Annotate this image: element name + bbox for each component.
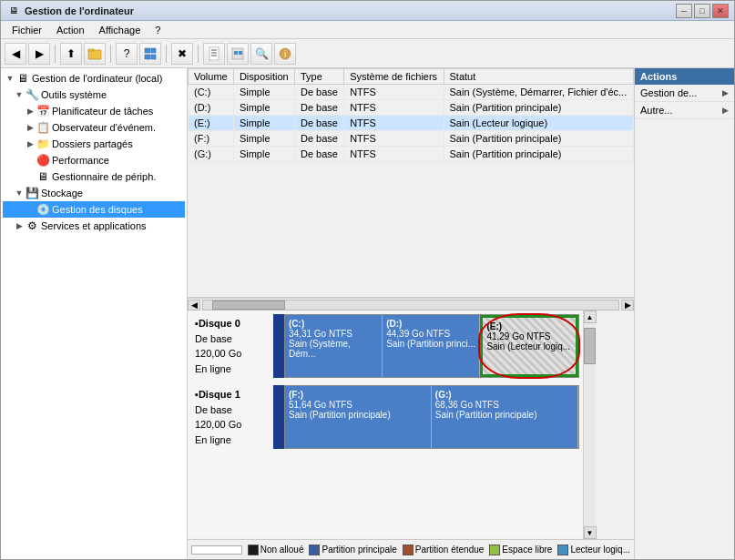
properties-button[interactable] (203, 43, 225, 65)
performance-icon: 🔴 (36, 153, 50, 168)
planificateur-label: Planificateur de tâches (52, 106, 153, 117)
minimize-button[interactable]: ─ (676, 4, 692, 18)
table-row[interactable]: (C:)SimpleDe baseNTFSSain (Système, Déma… (189, 85, 634, 100)
export-button[interactable] (227, 43, 249, 65)
tree-root: ▼ 🖥 Gestion de l'ordinateur (local) ▼ 🔧 … (1, 68, 187, 236)
part-status: Sain (Partition principale) (289, 410, 427, 420)
cell-type: De base (294, 100, 343, 116)
status-hscroll[interactable] (191, 545, 242, 555)
extra-button[interactable]: i (274, 43, 296, 65)
partition-wrapper-1-0: (F:) 51,64 Go NTFS Sain (Partition princ… (285, 386, 432, 448)
disk-scroll-down[interactable]: ▼ (584, 526, 597, 539)
menu-action[interactable]: Action (49, 23, 92, 37)
disk-vscroll[interactable]: ▲ ▼ (583, 311, 596, 539)
legend-non-alloue-box (248, 545, 259, 555)
disk-section: ▪Disque 0 De base 120,00 Go En ligne(C:)… (188, 311, 634, 539)
cell-disposition: Simple (233, 131, 294, 147)
tree-planificateur[interactable]: ▶ 📅 Planificateur de tâches (3, 103, 185, 119)
table-row[interactable]: (D:)SimpleDe baseNTFSSain (Partition pri… (189, 100, 634, 116)
properties-icon (207, 46, 221, 61)
col-disposition[interactable]: Disposition (233, 69, 294, 85)
partition-wrapper-0-0: (C:) 34,31 Go NTFS Sain (Système, Dém... (285, 315, 383, 377)
legend-principale-label: Partition principale (322, 545, 396, 555)
gestion-disques-label: Gestion des disques (52, 204, 143, 215)
partition-0-2[interactable]: (E:) 41,29 Go NTFS Sain (Lecteur logiq..… (480, 315, 577, 377)
tree-panel: ▼ 🖥 Gestion de l'ordinateur (local) ▼ 🔧 … (1, 68, 188, 559)
search-button[interactable]: 🔍 (250, 43, 272, 65)
partition-1-0[interactable]: (F:) 51,64 Go NTFS Sain (Partition princ… (285, 386, 432, 448)
maximize-button[interactable]: □ (694, 4, 710, 18)
svg-rect-5 (151, 55, 156, 59)
partition-1-1[interactable]: (G:) 68,36 Go NTFS Sain (Partition princ… (432, 386, 578, 448)
separator-2 (110, 45, 111, 63)
menu-fichier[interactable]: Fichier (5, 23, 49, 37)
disk-scroll-track[interactable] (584, 323, 596, 526)
main-window: 🖥 Gestion de l'ordinateur ─ □ ✕ Fichier … (0, 0, 735, 560)
disk-scroll-up[interactable]: ▲ (584, 311, 597, 323)
view-icon (143, 46, 158, 61)
tree-gestion-disques[interactable]: ▶ 💿 Gestion des disques (3, 201, 185, 218)
col-statut[interactable]: Statut (444, 69, 633, 85)
svg-rect-11 (234, 51, 238, 55)
window-title: Gestion de l'ordinateur (25, 5, 676, 16)
help-button[interactable]: ? (116, 43, 138, 65)
cell-type: De base (294, 116, 343, 131)
action-gestion[interactable]: Gestion de... ▶ (635, 85, 734, 102)
stockage-expand-icon[interactable]: ▼ (14, 188, 25, 199)
services-expand-icon[interactable]: ▶ (14, 220, 25, 231)
col-type[interactable]: Type (294, 69, 343, 85)
partition-wrapper-0-1: (D:) 44,39 Go NTFS Sain (Partition princ… (383, 315, 480, 377)
col-filesystem[interactable]: Système de fichiers (344, 69, 444, 85)
forward-button[interactable]: ▶ (28, 43, 50, 65)
part-name: (C:) (289, 319, 378, 329)
show-button[interactable] (84, 43, 106, 65)
dossiers-expand-icon[interactable]: ▶ (25, 138, 36, 149)
hscroll-right-btn[interactable]: ▶ (621, 300, 634, 311)
partition-0-0[interactable]: (C:) 34,31 Go NTFS Sain (Système, Dém... (285, 315, 383, 377)
table-row[interactable]: (F:)SimpleDe baseNTFSSain (Partition pri… (189, 131, 634, 147)
delete-button[interactable]: ✖ (171, 43, 193, 65)
menu-affichage[interactable]: Affichage (92, 23, 148, 37)
disk-area[interactable]: ▪Disque 0 De base 120,00 Go En ligne(C:)… (188, 311, 583, 538)
performance-label: Performance (52, 155, 109, 166)
window-controls: ─ □ ✕ (676, 4, 729, 18)
legend-etendue-label: Partition étendue (415, 545, 485, 555)
table-row[interactable]: (G:)SimpleDe baseNTFSSain (Partition pri… (189, 147, 634, 162)
table-hscroll[interactable]: ◀ ▶ (188, 298, 634, 311)
partition-0-1[interactable]: (D:) 44,39 Go NTFS Sain (Partition princ… (383, 315, 480, 377)
col-volume[interactable]: Volume (189, 69, 234, 85)
action-autre[interactable]: Autre... ▶ (635, 102, 734, 119)
tree-services[interactable]: ▶ ⚙ Services et applications (3, 218, 185, 234)
gestionnaire-icon: 🖥 (36, 169, 50, 184)
tree-dossiers[interactable]: ▶ 📁 Dossiers partagés (3, 136, 185, 152)
part-size: 68,36 Go NTFS (435, 400, 574, 410)
disk-block-1: ▪Disque 1 De base 120,00 Go En ligne(F:)… (191, 385, 579, 449)
hscroll-left-btn[interactable]: ◀ (188, 300, 200, 311)
tree-root-item[interactable]: ▼ 🖥 Gestion de l'ordinateur (local) (3, 70, 185, 87)
view-button[interactable] (139, 43, 161, 65)
menu-help[interactable]: ? (148, 23, 168, 37)
cell-status: Sain (Partition principale) (444, 147, 633, 162)
part-name: (G:) (435, 390, 574, 400)
tree-stockage[interactable]: ▼ 💾 Stockage (3, 185, 185, 201)
svg-rect-2 (145, 48, 150, 53)
root-expand-icon[interactable]: ▼ (5, 73, 15, 84)
observateur-expand-icon[interactable]: ▶ (25, 122, 36, 133)
planificateur-icon: 📅 (36, 104, 50, 118)
svg-rect-1 (88, 49, 94, 51)
tree-performance[interactable]: ▶ 🔴 Performance (3, 152, 185, 168)
outils-expand-icon[interactable]: ▼ (14, 89, 25, 100)
disk-scroll-thumb[interactable] (584, 328, 596, 364)
back-button[interactable]: ◀ (5, 43, 26, 65)
up-button[interactable]: ⬆ (60, 43, 82, 65)
hscroll-thumb[interactable] (212, 300, 285, 310)
hscroll-track[interactable] (202, 300, 619, 311)
table-row[interactable]: (E:)SimpleDe baseNTFSSain (Lecteur logiq… (189, 116, 634, 131)
close-button[interactable]: ✕ (712, 4, 729, 18)
tree-observateur[interactable]: ▶ 📋 Observateur d'événem. (3, 119, 185, 136)
legend-logique-label: Lecteur logiq... (570, 545, 630, 555)
table-area[interactable]: Volume Disposition Type Système de fichi… (188, 68, 634, 298)
planificateur-expand-icon[interactable]: ▶ (25, 106, 36, 117)
tree-outils-systeme[interactable]: ▼ 🔧 Outils système (3, 87, 185, 103)
tree-gestionnaire[interactable]: ▶ 🖥 Gestionnaire de périph. (3, 168, 185, 185)
